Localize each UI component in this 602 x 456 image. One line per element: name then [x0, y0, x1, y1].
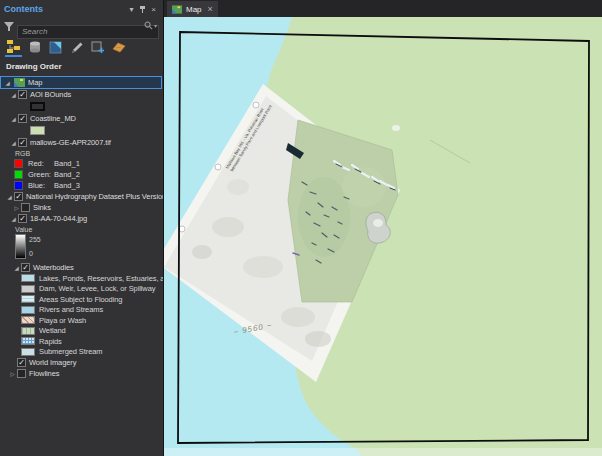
class-row-playa: Playa or Wash [0, 315, 163, 326]
tab-list-by-selection[interactable] [47, 38, 64, 57]
layer-label: AOI BOunds [30, 90, 71, 99]
expanded-arrow-icon[interactable]: ◢ [5, 194, 14, 200]
dam-swatch[interactable] [21, 285, 35, 293]
panel-close-icon[interactable]: × [148, 5, 159, 14]
map-icon [14, 78, 25, 87]
tab-list-by-labeling[interactable] [110, 38, 127, 57]
search-options-chevron-icon[interactable]: ▾ [154, 22, 157, 29]
rivers-swatch[interactable] [21, 306, 35, 314]
rgb-heading-row: RGB [0, 148, 163, 158]
tree-item-18-aa-70-044[interactable]: ◢ 18-AA-70-044.jpg [0, 213, 163, 224]
expanded-arrow-icon[interactable]: ◢ [9, 92, 18, 98]
layer-tree: ◢ Map ◢ AOI BOunds ◢ Coastline_MD [0, 75, 163, 379]
layer-label: 18-AA-70-044.jpg [30, 214, 87, 223]
layer-label: Flowlines [29, 369, 59, 378]
red-band-swatch[interactable] [14, 159, 23, 168]
map-tab-close-icon[interactable]: × [208, 4, 213, 14]
band-channel-label: Blue: [28, 181, 54, 190]
layer-visibility-checkbox[interactable] [18, 90, 27, 99]
class-label: Lakes, Ponds, Reservoirs, Estuaries, and… [39, 274, 164, 283]
class-row-wetland: Wetland [0, 326, 163, 337]
layer-visibility-checkbox[interactable] [17, 369, 26, 378]
class-row-dam: Dam, Weir, Levee, Lock, or Spillway [0, 284, 163, 295]
tree-item-aoi-bounds[interactable]: ◢ AOI BOunds [0, 89, 163, 100]
tree-item-map[interactable]: ◢ Map [0, 76, 162, 89]
band-channel-label: Green: [28, 170, 54, 179]
layer-visibility-checkbox[interactable] [18, 214, 27, 223]
map-tab-icon [172, 5, 182, 14]
contents-view-tabs [0, 37, 163, 57]
class-label: Playa or Wash [39, 316, 86, 325]
collapsed-arrow-icon[interactable]: ▷ [8, 371, 17, 377]
class-label: Submerged Stream [39, 347, 102, 356]
search-input[interactable] [17, 25, 159, 39]
class-label: Dam, Weir, Levee, Lock, or Spillway [39, 284, 155, 293]
tree-item-world-imagery[interactable]: World Imagery [0, 357, 163, 368]
auto-hide-pin-icon[interactable] [137, 6, 148, 13]
layer-label: Coastline_MD [30, 114, 76, 123]
band-row-blue: Blue: Band_3 [0, 180, 163, 191]
expanded-arrow-icon[interactable]: ◢ [3, 80, 12, 86]
band-name-label: Band_2 [54, 170, 80, 179]
layer-visibility-checkbox[interactable] [17, 358, 26, 367]
tab-list-by-data-source[interactable] [26, 38, 43, 57]
band-name-label: Band_3 [54, 181, 80, 190]
tab-list-by-drawing-order[interactable] [5, 38, 22, 57]
tree-item-nhd-plus[interactable]: ◢ National Hydrography Dataset Plus Vers… [0, 191, 163, 202]
snapping-grid-icon [91, 40, 105, 54]
tab-list-by-snapping[interactable] [89, 38, 106, 57]
blue-band-swatch[interactable] [14, 181, 23, 190]
value-ramp-row: 255 0 [0, 234, 163, 262]
lakes-swatch[interactable] [21, 274, 35, 282]
panel-menu-chevron-icon[interactable]: ▾ [126, 5, 137, 14]
class-row-submerged-stream: Submerged Stream [0, 347, 163, 358]
map-document-tab[interactable]: Map × [167, 1, 218, 17]
layer-visibility-checkbox[interactable] [18, 138, 27, 147]
map-item-label: Map [28, 78, 42, 87]
contents-panel-titlebar: Contents ▾ × [0, 0, 163, 18]
tree-item-flowlines[interactable]: ▷ Flowlines [0, 368, 163, 379]
band-name-label: Band_1 [54, 159, 80, 168]
map-canvas[interactable]: Mallows Bay Md. - Va. Potomac River betw… [164, 17, 602, 456]
layer-visibility-checkbox[interactable] [21, 203, 30, 212]
layer-label: Sinks [33, 203, 51, 212]
tree-item-sinks[interactable]: ▷ Sinks [0, 202, 163, 213]
band-channel-label: Red: [28, 159, 54, 168]
expanded-arrow-icon[interactable]: ◢ [9, 140, 18, 146]
value-heading-row: Value [0, 224, 163, 234]
layer-label: World Imagery [29, 358, 76, 367]
rapids-swatch[interactable] [21, 337, 35, 345]
tree-item-mallows-tif[interactable]: ◢ mallows-GE-APR2007.tif [0, 137, 163, 148]
panel-title: Contents [4, 4, 126, 14]
search-icon[interactable] [144, 21, 153, 30]
layer-visibility-checkbox[interactable] [21, 263, 30, 272]
areas-flooding-swatch[interactable] [21, 295, 35, 303]
class-label: Rivers and Streams [39, 305, 103, 314]
coastline-fill-symbol[interactable] [30, 126, 45, 135]
tab-list-by-editing[interactable] [68, 38, 85, 57]
filter-icon[interactable] [4, 22, 14, 32]
expanded-arrow-icon[interactable]: ◢ [9, 216, 18, 222]
expanded-arrow-icon[interactable]: ◢ [9, 116, 18, 122]
grayscale-ramp-symbol[interactable] [15, 234, 26, 259]
layer-visibility-checkbox[interactable] [18, 114, 27, 123]
expanded-arrow-icon[interactable]: ◢ [12, 265, 21, 271]
aoi-rectangle-symbol[interactable] [30, 102, 45, 111]
band-row-red: Red: Band_1 [0, 158, 163, 169]
photo-punch-hole [253, 102, 259, 108]
database-icon [28, 40, 42, 54]
playa-swatch[interactable] [21, 316, 35, 324]
tree-item-coastline-md[interactable]: ◢ Coastline_MD [0, 113, 163, 124]
pencil-icon [70, 40, 84, 54]
label-tag-icon [111, 40, 126, 54]
class-row-rivers: Rivers and Streams [0, 305, 163, 316]
submerged-stream-swatch[interactable] [21, 348, 35, 356]
layer-visibility-checkbox[interactable] [14, 192, 23, 201]
aoi-bounds-symbol-row [0, 100, 163, 113]
collapsed-arrow-icon[interactable]: ▷ [12, 205, 21, 211]
tree-item-waterbodies[interactable]: ◢ Waterbodies [0, 262, 163, 273]
photo-punch-hole [215, 164, 221, 170]
layer-label: Waterbodies [33, 263, 74, 272]
wetland-swatch[interactable] [21, 327, 35, 335]
green-band-swatch[interactable] [14, 170, 23, 179]
